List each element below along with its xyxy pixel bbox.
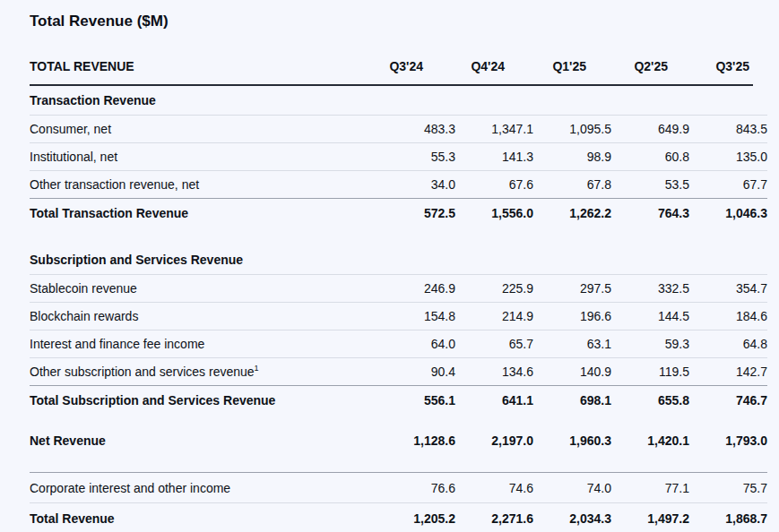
value-cell: 196.6 <box>533 309 611 323</box>
table-header-row: TOTAL REVENUE Q3'24 Q4'24 Q1'25 Q2'25 Q3… <box>30 48 753 86</box>
value-cell: 134.6 <box>455 365 533 379</box>
value-cell: 144.5 <box>611 309 689 323</box>
table-row-other-transaction-revenue: Other transaction revenue, net 34.0 67.6… <box>30 171 767 199</box>
value-cell: 90.4 <box>377 365 455 379</box>
column-header-q2-25: Q2'25 <box>590 59 671 73</box>
table-row-total-revenue: Total Revenue 1,205.2 2,271.6 2,034.3 1,… <box>30 503 767 532</box>
value-cell: 1,046.3 <box>689 206 767 220</box>
value-cell: 641.1 <box>455 393 533 408</box>
value-cell: 698.1 <box>533 393 611 408</box>
row-label: Other transaction revenue, net <box>30 177 377 192</box>
value-cell: 2,197.0 <box>455 433 533 448</box>
row-label: Blockchain rewards <box>30 309 377 323</box>
table-row-net-revenue: Net Revenue 1,128.6 2,197.0 1,960.3 1,42… <box>30 425 767 457</box>
value-cell: 98.9 <box>533 150 611 164</box>
section-label: Subscription and Services Revenue <box>30 253 767 267</box>
value-cell: 746.7 <box>689 393 767 408</box>
value-cell: 1,556.0 <box>455 206 533 220</box>
value-cell: 142.7 <box>689 365 767 379</box>
value-cell: 76.6 <box>377 481 455 495</box>
row-label: Consumer, net <box>30 122 377 136</box>
value-cell: 1,095.5 <box>533 122 611 136</box>
value-cell: 63.1 <box>533 337 611 351</box>
column-header-q1-25: Q1'25 <box>508 59 590 73</box>
value-cell: 1,497.2 <box>611 511 689 526</box>
value-cell: 843.5 <box>689 122 767 136</box>
section-row-transaction-revenue: Transaction Revenue <box>30 86 767 116</box>
value-cell: 483.3 <box>377 122 455 136</box>
table-row-corporate-interest-other-income: Corporate interest and other income 76.6… <box>30 472 767 503</box>
table-row-stablecoin-revenue: Stablecoin revenue 246.9 225.9 297.5 332… <box>30 275 767 303</box>
value-cell: 74.6 <box>455 481 533 495</box>
table-row-consumer-net: Consumer, net 483.3 1,347.1 1,095.5 649.… <box>30 116 767 143</box>
value-cell: 1,128.6 <box>377 433 455 448</box>
value-cell: 64.8 <box>689 337 767 351</box>
value-cell: 140.9 <box>533 365 611 379</box>
header-row-label: TOTAL REVENUE <box>30 59 345 73</box>
row-label: Stablecoin revenue <box>30 281 377 296</box>
value-cell: 1,868.7 <box>689 511 767 526</box>
table-row-interest-finance-fee-income: Interest and finance fee income 64.0 65.… <box>30 330 767 358</box>
value-cell: 184.6 <box>689 309 767 323</box>
value-cell: 332.5 <box>611 281 689 296</box>
row-label: Total Transaction Revenue <box>30 206 377 220</box>
value-cell: 556.1 <box>377 393 455 408</box>
value-cell: 34.0 <box>377 177 455 192</box>
row-label-text: Other subscription and services revenue <box>30 365 255 379</box>
revenue-table: TOTAL REVENUE Q3'24 Q4'24 Q1'25 Q2'25 Q3… <box>30 48 767 532</box>
row-label: Total Subscription and Services Revenue <box>30 393 377 408</box>
value-cell: 53.5 <box>611 177 689 192</box>
row-label: Other subscription and services revenue1 <box>30 365 377 379</box>
row-label: Interest and finance fee income <box>30 337 377 351</box>
value-cell: 67.6 <box>455 177 533 192</box>
value-cell: 2,271.6 <box>455 511 533 526</box>
column-header-q3-25: Q3'25 <box>671 59 753 73</box>
value-cell: 649.9 <box>611 122 689 136</box>
value-cell: 1,420.1 <box>611 433 689 448</box>
table-row-total-subscription-services-revenue: Total Subscription and Services Revenue … <box>30 386 767 414</box>
value-cell: 764.3 <box>611 206 689 220</box>
value-cell: 246.9 <box>377 281 455 296</box>
value-cell: 59.3 <box>611 337 689 351</box>
value-cell: 1,205.2 <box>377 511 455 526</box>
value-cell: 119.5 <box>611 365 689 379</box>
row-label: Corporate interest and other income <box>30 481 377 495</box>
value-cell: 65.7 <box>455 337 533 351</box>
section-spacer <box>30 227 767 245</box>
row-label: Net Revenue <box>30 433 377 448</box>
column-header-q4-24: Q4'24 <box>427 59 508 73</box>
value-cell: 354.7 <box>689 281 767 296</box>
value-cell: 60.8 <box>611 150 689 164</box>
value-cell: 1,262.2 <box>533 206 611 220</box>
value-cell: 75.7 <box>689 481 767 495</box>
value-cell: 572.5 <box>377 206 455 220</box>
value-cell: 297.5 <box>533 281 611 296</box>
value-cell: 77.1 <box>611 481 689 495</box>
value-cell: 1,960.3 <box>533 433 611 448</box>
value-cell: 154.8 <box>377 309 455 323</box>
table-row-blockchain-rewards: Blockchain rewards 154.8 214.9 196.6 144… <box>30 303 767 330</box>
table-row-total-transaction-revenue: Total Transaction Revenue 572.5 1,556.0 … <box>30 199 767 227</box>
value-cell: 67.8 <box>533 177 611 192</box>
value-cell: 225.9 <box>455 281 533 296</box>
value-cell: 2,034.3 <box>533 511 611 526</box>
value-cell: 64.0 <box>377 337 455 351</box>
table-row-other-subscription-services-revenue: Other subscription and services revenue1… <box>30 358 767 386</box>
row-label: Institutional, net <box>30 150 377 164</box>
value-cell: 214.9 <box>455 309 533 323</box>
value-cell: 135.0 <box>689 150 767 164</box>
column-header-q3-24: Q3'24 <box>345 59 427 73</box>
page: Total Revenue ($M) TOTAL REVENUE Q3'24 Q… <box>0 0 779 532</box>
table-row-institutional-net: Institutional, net 55.3 141.3 98.9 60.8 … <box>30 143 767 171</box>
value-cell: 55.3 <box>377 150 455 164</box>
page-title: Total Revenue ($M) <box>30 13 779 30</box>
value-cell: 74.0 <box>533 481 611 495</box>
value-cell: 1,793.0 <box>689 433 767 448</box>
row-label: Total Revenue <box>30 511 377 526</box>
value-cell: 141.3 <box>455 150 533 164</box>
footnote-marker: 1 <box>255 364 259 373</box>
section-row-subscription-services-revenue: Subscription and Services Revenue <box>30 245 767 275</box>
value-cell: 655.8 <box>611 393 689 408</box>
value-cell: 1,347.1 <box>455 122 533 136</box>
value-cell: 67.7 <box>689 177 767 192</box>
